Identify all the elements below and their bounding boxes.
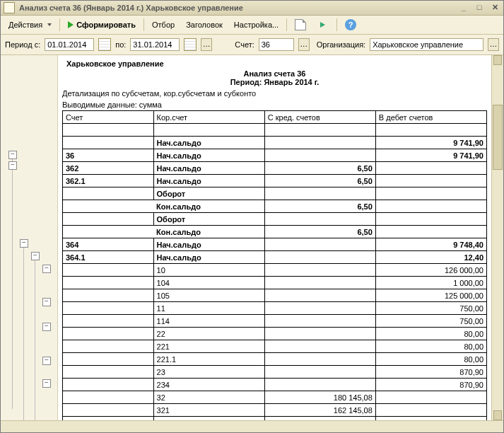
table-row[interactable]: 32180 145,08	[63, 391, 487, 404]
outline-node[interactable]: −	[42, 323, 51, 331]
calendar-to-icon[interactable]	[184, 38, 197, 51]
outline-node[interactable]: −	[42, 357, 51, 365]
table-row[interactable]: 362Нач.сальдо6,50	[63, 162, 487, 175]
outline-node[interactable]: −	[8, 161, 17, 170]
cell: Нач.сальдо	[153, 149, 264, 162]
org-more-button[interactable]: …	[488, 38, 499, 51]
col-account: Счет	[63, 111, 154, 124]
table-row[interactable]: 10126 000,00	[63, 264, 487, 277]
close-button[interactable]: ✕	[489, 3, 500, 13]
table-row[interactable]: Нач.сальдо9 741,90	[63, 137, 487, 149]
outline-node[interactable]: −	[8, 151, 17, 159]
cell	[264, 340, 375, 353]
cell: 22	[153, 328, 264, 340]
table-row[interactable]: 362.1Нач.сальдо6,50	[63, 175, 487, 187]
window-title: Анализ счета 36 (Январь 2014 г.) Харьков…	[19, 4, 454, 12]
table-row[interactable]: 11750,00	[63, 302, 487, 315]
calendar-from-icon[interactable]	[98, 38, 111, 51]
table-row[interactable]: 1041 000,00	[63, 277, 487, 289]
table-spacer-row	[63, 124, 487, 137]
cell: 750,00	[375, 315, 486, 328]
cell: 6,50	[264, 200, 375, 213]
account-more-button[interactable]: …	[298, 38, 310, 51]
app-icon	[4, 2, 15, 13]
cell	[375, 391, 486, 404]
cell	[375, 162, 486, 175]
cell	[63, 379, 154, 391]
table-row[interactable]: Кон.сальдо6,50	[63, 226, 487, 238]
cell: 221	[153, 340, 264, 353]
cell: Кон.сальдо	[153, 200, 264, 213]
cell: 362.1	[63, 175, 154, 187]
table-row[interactable]: 22180,00	[63, 340, 487, 353]
report-subtitle: Период: Январь 2014 г.	[62, 78, 487, 86]
period-from-input[interactable]	[47, 40, 91, 49]
heading-button[interactable]: Заголовок	[181, 17, 228, 33]
separator	[286, 18, 287, 31]
cell: 1 000,00	[375, 277, 486, 289]
filter-bar: Период с: по: … Счет: … Организация: …	[1, 35, 503, 54]
cell	[264, 379, 375, 391]
cell	[264, 328, 375, 340]
table-row[interactable]: Оборот	[63, 187, 487, 200]
table-row[interactable]: 114750,00	[63, 315, 487, 328]
scroll-thumb[interactable]	[493, 105, 503, 170]
cell	[264, 302, 375, 315]
minimize-button[interactable]: _	[458, 3, 469, 13]
cell	[375, 187, 486, 200]
table-row[interactable]: 221.180,00	[63, 353, 487, 366]
outline-node[interactable]: −	[42, 379, 51, 388]
cell	[264, 251, 375, 264]
cell	[63, 226, 154, 238]
table-row[interactable]: Оборот	[63, 213, 487, 226]
actions-menu[interactable]: Действия	[4, 17, 57, 33]
outline-node[interactable]: −	[20, 239, 28, 248]
table-row[interactable]: 105125 000,00	[63, 289, 487, 302]
cell: 10	[153, 264, 264, 277]
table-row[interactable]: 321162 145,08	[63, 404, 487, 417]
toolbar-icon-1[interactable]	[290, 17, 311, 33]
cell	[63, 187, 154, 200]
table-row[interactable]: 23870,90	[63, 366, 487, 379]
table-row[interactable]: 36Нач.сальдо9 741,90	[63, 149, 487, 162]
cell: 6,50	[264, 226, 375, 238]
account-input[interactable]	[262, 40, 291, 49]
scroll-up-arrow[interactable]	[493, 55, 502, 65]
help-button[interactable]: ?	[340, 17, 361, 33]
table-row[interactable]: Кон.сальдо6,50	[63, 200, 487, 213]
title-bar: Анализ счета 36 (Январь 2014 г.) Харьков…	[1, 1, 503, 16]
cell	[63, 315, 154, 328]
cell: 104	[153, 277, 264, 289]
cell: Оборот	[153, 187, 264, 200]
period-to-field[interactable]	[130, 38, 180, 51]
outline-node[interactable]: −	[42, 265, 51, 273]
vertical-scrollbar[interactable]	[491, 55, 503, 420]
cell: 23	[153, 366, 264, 379]
maximize-button[interactable]: □	[474, 3, 485, 13]
toolbar-icon-2[interactable]	[312, 17, 334, 33]
cell	[63, 137, 154, 149]
org-field[interactable]	[370, 38, 484, 51]
account-field[interactable]	[259, 38, 294, 51]
period-to-input[interactable]	[133, 40, 177, 49]
table-row[interactable]: 234870,90	[63, 379, 487, 391]
outline-node[interactable]: −	[31, 252, 40, 260]
table-row[interactable]: 2280,00	[63, 328, 487, 340]
separator	[143, 18, 144, 31]
table-row[interactable]: 364Нач.сальдо9 748,40	[63, 238, 487, 251]
scroll-down-arrow[interactable]	[493, 410, 502, 420]
org-input[interactable]	[373, 40, 481, 49]
filter-button[interactable]: Отбор	[147, 17, 180, 33]
settings-button[interactable]: Настройка...	[229, 17, 283, 33]
cell: 9 741,90	[375, 149, 486, 162]
period-from-field[interactable]	[45, 38, 94, 51]
report-body: Харьковское управление Анализ счета 36 П…	[58, 55, 491, 420]
horizontal-scrollbar[interactable]	[1, 420, 503, 432]
cell	[63, 391, 154, 404]
cell	[63, 264, 154, 277]
table-row[interactable]: 364.1Нач.сальдо12,40	[63, 251, 487, 264]
form-button[interactable]: Сформировать	[63, 17, 141, 33]
period-more-button[interactable]: …	[201, 38, 212, 51]
cell: 321	[153, 404, 264, 417]
outline-node[interactable]: −	[42, 298, 51, 306]
